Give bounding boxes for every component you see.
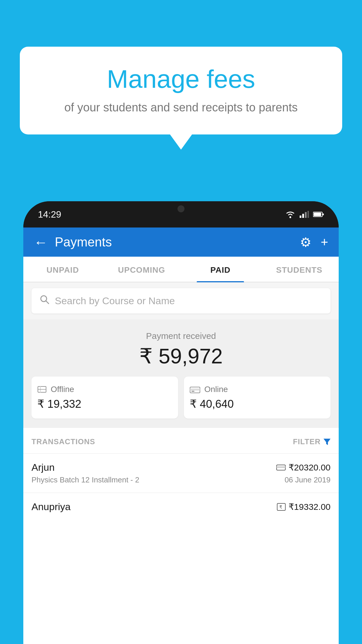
online-header: Online (190, 385, 228, 394)
search-container: Search by Course or Name (23, 282, 339, 319)
online-icon (190, 386, 200, 393)
transactions-header: TRANSACTIONS FILTER (23, 428, 339, 453)
transaction-row-top: Arjun ₹20320.00 (31, 462, 331, 473)
transaction-course: Physics Batch 12 Installment - 2 (31, 475, 139, 484)
tab-paid[interactable]: PAID (181, 257, 260, 282)
speech-bubble: Manage fees of your students and send re… (20, 47, 342, 134)
online-card: Online ₹ 40,640 (184, 377, 331, 419)
phone-notch (158, 201, 204, 216)
transaction-date: 06 June 2019 (284, 475, 331, 484)
svg-rect-1 (300, 216, 301, 218)
tab-unpaid[interactable]: UNPAID (23, 257, 102, 282)
summary-cards: Offline ₹ 19,332 Online ₹ 40,640 (31, 377, 331, 419)
offline-amount: ₹ 19,332 (37, 398, 81, 410)
filter-label: FILTER (293, 437, 321, 446)
transaction-row[interactable]: Anupriya ₹ ₹19332.00 (23, 493, 339, 523)
tabs-bar: UNPAID UPCOMING PAID STUDENTS (23, 257, 339, 282)
credit-card-icon (276, 464, 286, 471)
filter-button[interactable]: FILTER (293, 437, 331, 446)
filter-icon (324, 439, 331, 445)
offline-icon (37, 385, 47, 393)
app-content: ← Payments ⚙ + UNPAID UPCOMING PAID STUD… (23, 228, 339, 644)
tab-students[interactable]: STUDENTS (260, 257, 339, 282)
back-button[interactable]: ← (34, 234, 48, 250)
transactions-label: TRANSACTIONS (31, 437, 95, 446)
svg-rect-14 (190, 388, 200, 391)
svg-rect-2 (302, 214, 304, 218)
battery-icon (313, 211, 324, 217)
signal-icon (300, 211, 309, 218)
online-amount: ₹ 40,640 (190, 398, 234, 410)
settings-icon[interactable]: ⚙ (300, 235, 311, 250)
search-placeholder: Search by Course or Name (55, 295, 175, 307)
transaction-amount-value: ₹20320.00 (289, 462, 331, 473)
summary-section: Payment received ₹ 59,972 Offline ₹ 19,3… (23, 319, 339, 428)
bubble-subtitle: of your students and send receipts to pa… (34, 101, 328, 114)
transaction-row-bottom: Physics Batch 12 Installment - 2 06 June… (31, 475, 331, 484)
add-icon[interactable]: + (321, 235, 328, 249)
transaction-amount: ₹20320.00 (276, 462, 331, 473)
status-bar: 14:29 (23, 201, 339, 228)
status-time: 14:29 (38, 209, 61, 220)
svg-point-0 (289, 216, 291, 218)
transaction-amount-value: ₹19332.00 (289, 502, 331, 512)
summary-label: Payment received (31, 331, 331, 341)
svg-rect-15 (191, 391, 194, 392)
svg-rect-4 (307, 211, 309, 218)
transaction-row-top: Anupriya ₹ ₹19332.00 (31, 501, 331, 512)
svg-rect-18 (277, 466, 285, 468)
svg-marker-16 (324, 439, 331, 445)
transaction-amount: ₹ ₹19332.00 (277, 502, 331, 512)
page-title: Payments (55, 235, 300, 249)
transaction-name: Arjun (31, 462, 55, 473)
svg-line-9 (46, 301, 49, 304)
svg-text:₹: ₹ (279, 505, 282, 510)
transaction-row[interactable]: Arjun ₹20320.00 Physics Batch 12 Install… (23, 453, 339, 493)
offline-header: Offline (37, 385, 74, 394)
svg-rect-7 (314, 213, 321, 216)
camera (178, 205, 184, 212)
search-icon (40, 295, 50, 307)
app-header: ← Payments ⚙ + (23, 228, 339, 257)
offline-label: Offline (51, 385, 74, 394)
svg-rect-3 (305, 212, 307, 218)
bubble-title: Manage fees (34, 64, 328, 94)
online-label: Online (204, 385, 228, 394)
phone-frame: 14:29 (23, 201, 339, 644)
header-actions: ⚙ + (300, 235, 328, 250)
status-icons (285, 210, 324, 218)
wifi-icon (285, 210, 296, 218)
offline-card: Offline ₹ 19,332 (31, 377, 178, 419)
search-bar[interactable]: Search by Course or Name (31, 288, 331, 314)
svg-rect-6 (323, 214, 324, 215)
rupee-icon: ₹ (277, 503, 286, 511)
tab-upcoming[interactable]: UPCOMING (102, 257, 181, 282)
summary-amount: ₹ 59,972 (31, 344, 331, 368)
transaction-name: Anupriya (31, 501, 71, 512)
